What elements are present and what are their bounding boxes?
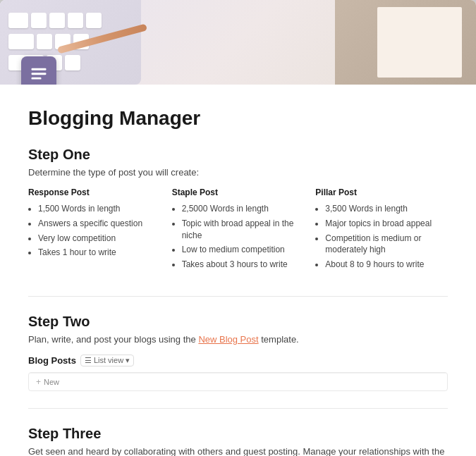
blog-posts-label: Blog Posts ☰ List view ▾ xyxy=(28,355,448,366)
column-response-post: Response Post 1,500 Words in length Answ… xyxy=(28,187,161,273)
column-response-post-list: 1,500 Words in length Answers a specific… xyxy=(28,203,161,259)
list-item: Takes 1 hour to write xyxy=(38,247,161,259)
list-item: Major topics in broad appeal xyxy=(325,218,448,230)
column-pillar-post-list: 3,500 Words in length Major topics in br… xyxy=(315,203,448,271)
main-content: Blogging Manager Step One Determine the … xyxy=(0,85,476,456)
new-row-label: New xyxy=(44,378,59,386)
page-wrapper: Blogging Manager Step One Determine the … xyxy=(0,0,476,456)
step-three-description: Get seen and heard by collaborating with… xyxy=(28,446,448,456)
hero-image xyxy=(0,0,476,85)
list-item: 3,500 Words in length xyxy=(325,203,448,215)
svg-rect-0 xyxy=(32,68,47,70)
list-item: Very low competition xyxy=(38,233,161,245)
step-two-description: Plan, write, and post your blogs using t… xyxy=(28,334,448,345)
list-item: Competition is medium or moderately high xyxy=(325,233,448,257)
list-item: Answers a specific question xyxy=(38,218,161,230)
blog-posts-table: + New xyxy=(28,372,448,391)
page-title: Blogging Manager xyxy=(28,107,448,130)
step-two-desc-suffix: template. xyxy=(259,334,299,345)
step-three-desc-prefix: Get seen and heard by collaborating with… xyxy=(28,446,444,456)
list-item: 2,5000 Words in length xyxy=(182,203,305,215)
step-two-desc-prefix: Plan, write, and post your blogs using t… xyxy=(28,334,198,345)
column-staple-post-header: Staple Post xyxy=(172,187,305,197)
column-pillar-post: Pillar Post 3,500 Words in length Major … xyxy=(315,187,448,273)
step-one-description: Determine the type of post you will crea… xyxy=(28,167,448,178)
new-blog-post-link[interactable]: New Blog Post xyxy=(198,334,258,345)
notion-icon xyxy=(21,56,56,85)
list-item: 1,500 Words in length xyxy=(38,203,161,215)
column-staple-post: Staple Post 2,5000 Words in length Topic… xyxy=(172,187,305,273)
step-one-title: Step One xyxy=(28,147,448,163)
divider-one xyxy=(28,296,448,297)
step-three-title: Step Three xyxy=(28,426,448,442)
list-item: About 8 to 9 hours to write xyxy=(325,259,448,271)
list-item: Low to medium competition xyxy=(182,244,305,256)
list-item: Takes about 3 hours to write xyxy=(182,259,305,271)
column-pillar-post-header: Pillar Post xyxy=(315,187,448,197)
list-view-toggle[interactable]: ☰ List view ▾ xyxy=(80,355,134,366)
list-icon: ☰ xyxy=(85,356,92,365)
list-item: Topic with broad appeal in the niche xyxy=(182,218,305,242)
blog-posts-text: Blog Posts xyxy=(28,355,76,366)
plus-icon: + xyxy=(36,377,41,387)
hero-notebook-page xyxy=(377,7,462,78)
svg-rect-2 xyxy=(32,78,42,80)
step-two-title: Step Two xyxy=(28,314,448,330)
column-staple-post-list: 2,5000 Words in length Topic with broad … xyxy=(172,203,305,271)
list-view-label: List view xyxy=(94,356,123,364)
blog-posts-new-row[interactable]: + New xyxy=(29,373,447,390)
hero-notebook xyxy=(335,0,476,85)
column-response-post-header: Response Post xyxy=(28,187,161,197)
svg-rect-1 xyxy=(32,73,47,75)
step-one-columns: Response Post 1,500 Words in length Answ… xyxy=(28,187,448,273)
divider-two xyxy=(28,408,448,409)
chevron-down-icon: ▾ xyxy=(126,356,130,365)
